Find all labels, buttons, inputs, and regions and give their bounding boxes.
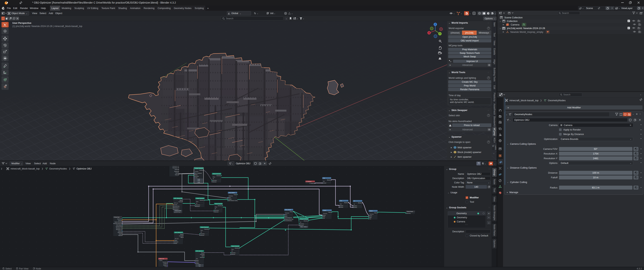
svg-text:Circular Bounds: Circular Bounds	[285, 220, 292, 221]
svg-text:Geometry: Geometry	[323, 213, 327, 214]
svg-text:ETK_Camera Cull: ETK_Camera Cull	[174, 198, 182, 199]
svg-text:Mask: Mask	[180, 200, 182, 201]
svg-text:Inverted: Inverted	[179, 235, 182, 236]
svg-text:All: All	[213, 178, 214, 179]
svg-text:⌄: ⌄	[181, 203, 182, 204]
svg-text:Selection: Selection	[214, 211, 218, 212]
svg-text:⌄: ⌄	[166, 260, 167, 261]
svg-text:Resolution X: Resolution X	[172, 166, 178, 167]
svg-text:Geometry: Geometry	[235, 247, 239, 249]
svg-text:Distance From Cam...: Distance From Cam...	[285, 219, 294, 220]
svg-text:Geometry: Geometry	[200, 200, 204, 201]
svg-text:Centre: Centre	[194, 177, 198, 178]
svg-text:Group Output: Group Output	[407, 211, 413, 212]
svg-text:Point: Point	[213, 176, 215, 178]
svg-text:Name: Name	[285, 216, 287, 217]
svg-text:Boolean: Boolean	[323, 182, 326, 184]
svg-text:Geometry: Geometry	[214, 210, 219, 211]
svg-text:Menu: Menu	[285, 214, 287, 215]
svg-text:Selection: Selection	[300, 225, 304, 226]
svg-text:Geometry: Geometry	[231, 252, 236, 253]
svg-text:⌄: ⌄	[292, 213, 292, 214]
svg-text:⌄: ⌄	[361, 204, 362, 205]
svg-text:Switch: Switch	[370, 210, 373, 211]
svg-text:Switch: Switch	[323, 215, 326, 216]
svg-text:⌄: ⌄	[231, 246, 232, 247]
svg-text:0.000: 0.000	[198, 182, 200, 183]
svg-text:Delete Geometry: Delete Geometry	[201, 227, 208, 228]
svg-text:ETK_Ca...: ETK_Ca...	[174, 202, 178, 204]
svg-text:⌄: ⌄	[347, 204, 348, 205]
svg-text:⌄: ⌄	[114, 217, 114, 218]
svg-text:Output: Output	[234, 194, 237, 195]
svg-text:0.000: 0.000	[198, 179, 200, 180]
svg-text:⌄: ⌄	[406, 211, 407, 212]
svg-text:X: X	[428, 32, 430, 34]
svg-text:Resolution X: Resolution X	[116, 227, 122, 229]
svg-text:Boolean: Boolean	[340, 205, 343, 206]
svg-text:Menu Switch: Menu Switch	[229, 192, 234, 193]
svg-text:Geometry: Geometry	[196, 204, 200, 205]
svg-text:⌄: ⌄	[203, 201, 204, 202]
svg-text:Location: Location	[163, 263, 167, 264]
svg-text:Apply to Render: Apply to Render	[114, 221, 122, 223]
svg-text:Camera FOV: Camera FOV	[174, 206, 180, 207]
svg-text:Point: Point	[232, 249, 234, 250]
svg-text:Geometry: Geometry	[285, 212, 289, 214]
svg-text:All: All	[232, 250, 233, 252]
svg-text:⌄: ⌄	[330, 213, 331, 214]
svg-text:Selection: Selection	[231, 254, 235, 255]
svg-text:Selection: Selection	[212, 181, 216, 182]
svg-text:Delete Geometry: Delete Geometry	[232, 246, 239, 247]
svg-text:Z: Z	[435, 24, 436, 26]
svg-text:⌄: ⌄	[322, 178, 323, 179]
svg-text:Switch: Switch	[369, 215, 372, 216]
svg-text:Switch: Switch	[323, 210, 326, 211]
svg-text:Merge By Distance: Merge By Distance	[113, 223, 122, 224]
svg-text:Geometry: Geometry	[212, 180, 217, 181]
svg-text:Geometry: Geometry	[300, 223, 304, 224]
svg-text:⌄: ⌄	[306, 181, 306, 182]
svg-text:All: All	[201, 232, 202, 233]
svg-text:Output: Output	[374, 212, 377, 213]
svg-text:⌄: ⌄	[194, 168, 195, 169]
svg-text:Not: Not	[323, 178, 325, 179]
svg-text:ETK_Distance C...: ETK_Distance C...	[175, 232, 183, 233]
svg-text:Transform: Transform	[163, 261, 167, 263]
svg-text:⌄: ⌄	[369, 211, 370, 211]
svg-text:Falloff: Falloff	[176, 173, 178, 174]
svg-text:All: All	[215, 208, 216, 209]
svg-text:Or: Or	[354, 204, 355, 205]
svg-text:⌄: ⌄	[158, 258, 159, 259]
svg-text:Boolean: Boolean	[354, 205, 357, 206]
svg-text:Object: Object	[174, 240, 178, 241]
svg-text:Distance: Distance	[174, 171, 178, 172]
svg-text:ETK_Dis...: ETK_Dis...	[175, 238, 179, 239]
svg-text:⌄: ⌄	[236, 196, 237, 197]
svg-text:Merge by Distance: Merge by Distance	[300, 218, 308, 220]
svg-text:Boolean: Boolean	[354, 207, 357, 208]
svg-text:⌄: ⌄	[214, 203, 215, 204]
svg-text:X 90°: X 90°	[198, 264, 201, 265]
svg-text:Geometry: Geometry	[406, 213, 411, 214]
svg-text:Geometry: Geometry	[370, 214, 374, 215]
svg-text:False: False	[369, 217, 372, 218]
svg-text:⌄: ⌄	[212, 173, 213, 174]
svg-text:And: And	[340, 200, 342, 201]
svg-text:Cylinder Selection: Cylinder Selection	[195, 168, 203, 169]
svg-text:Menu Switch: Menu Switch	[285, 209, 291, 210]
svg-text:Radius: Radius	[194, 174, 198, 175]
svg-text:Inverted: Inverted	[178, 201, 182, 202]
svg-text:And: And	[340, 203, 342, 205]
svg-text:⌄: ⌄	[182, 238, 182, 239]
svg-text:⌄: ⌄	[208, 232, 208, 233]
svg-text:Menu Undefined: Menu Undefined	[194, 173, 202, 174]
svg-text:Object Info: Object Info	[159, 258, 164, 259]
svg-text:⌄: ⌄	[196, 198, 196, 199]
svg-text:Resolution Y: Resolution Y	[116, 229, 122, 230]
svg-text:⌄: ⌄	[221, 208, 222, 209]
svg-text:In Viewport: In Viewport	[306, 181, 312, 182]
svg-text:Distance: Distance	[118, 232, 122, 233]
svg-text:⌄: ⌄	[174, 232, 175, 233]
svg-text:Or: Or	[354, 200, 355, 202]
